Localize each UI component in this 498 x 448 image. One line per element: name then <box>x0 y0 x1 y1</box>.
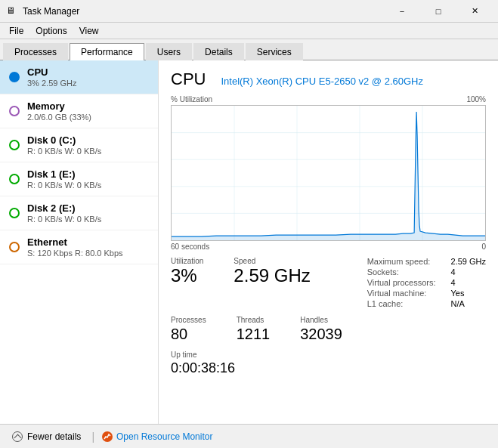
uptime-label: Up time <box>171 351 486 359</box>
right-stats: Maximum speed: 2.59 GHz Sockets: 4 Virtu… <box>367 257 486 308</box>
menu-view[interactable]: View <box>73 24 105 38</box>
processes-label: Processes <box>171 316 206 324</box>
sidebar-item-disk1[interactable]: Disk 1 (E:) R: 0 KB/s W: 0 KB/s <box>0 162 158 196</box>
chevron-up-icon <box>12 431 23 442</box>
stat-uptime: Up time 0:00:38:16 <box>171 351 486 376</box>
menu-bar: File Options View <box>0 23 498 39</box>
stats-row-1: Utilization 3% Speed 2.59 GHz Maximum sp… <box>171 257 486 308</box>
tab-bar: Processes Performance Users Details Serv… <box>0 39 498 60</box>
chart-container: % Utilization 100% <box>171 95 486 251</box>
sidebar-cpu-name: CPU <box>27 66 149 78</box>
sidebar-memory-sub: 2.0/6.0 GB (33%) <box>27 113 149 122</box>
stat-processes: Processes 80 <box>171 316 206 343</box>
tab-processes[interactable]: Processes <box>3 43 68 60</box>
sidebar-item-disk0[interactable]: Disk 0 (C:) R: 0 KB/s W: 0 KB/s <box>0 128 158 162</box>
menu-file[interactable]: File <box>3 24 29 38</box>
speed-label: Speed <box>234 257 310 265</box>
stat-speed: Speed 2.59 GHz <box>234 257 310 285</box>
uptime-value: 0:00:38:16 <box>171 360 486 376</box>
sidebar-memory-name: Memory <box>27 100 149 112</box>
chart-label-60sec: 60 seconds <box>171 243 209 251</box>
vmachine-value: Yes <box>451 289 486 298</box>
fewer-details-label: Fewer details <box>27 431 81 442</box>
tab-performance[interactable]: Performance <box>70 43 144 60</box>
disk0-dot <box>9 140 20 150</box>
threads-label: Threads <box>237 316 271 324</box>
chart-labels-top: % Utilization 100% <box>171 95 486 104</box>
open-resource-monitor-link[interactable]: Open Resource Monitor <box>102 431 212 442</box>
disk2-dot <box>9 208 20 218</box>
chart-bottom-labels: 60 seconds 0 <box>171 243 486 251</box>
open-resource-monitor-label: Open Resource Monitor <box>116 431 212 442</box>
tab-services[interactable]: Services <box>246 43 303 60</box>
fewer-details-button[interactable]: Fewer details <box>9 430 84 443</box>
cpu-chart <box>171 105 486 241</box>
cpu-title: CPU <box>171 70 206 89</box>
max-speed-value: 2.59 GHz <box>451 257 486 266</box>
vproc-label: Virtual processors: <box>367 278 436 287</box>
sidebar-item-disk2[interactable]: Disk 2 (E:) R: 0 KB/s W: 0 KB/s <box>0 196 158 230</box>
minimize-button[interactable]: − <box>385 0 419 23</box>
sidebar-item-ethernet[interactable]: Ethernet S: 120 Kbps R: 80.0 Kbps <box>0 230 158 264</box>
memory-dot <box>9 106 20 116</box>
sidebar-ethernet-name: Ethernet <box>27 236 149 248</box>
close-button[interactable]: ✕ <box>457 0 492 23</box>
cpu-dot <box>9 72 20 82</box>
sidebar-disk2-sub: R: 0 KB/s W: 0 KB/s <box>27 215 149 224</box>
resource-icon-svg <box>104 433 111 440</box>
stats-row-2: Processes 80 Threads 1211 Handles 32039 <box>171 316 486 343</box>
cpu-chart-svg <box>172 106 485 240</box>
cpu-panel: CPU Intel(R) Xeon(R) CPU E5-2650 v2 @ 2.… <box>159 60 498 424</box>
app-icon: 🖥 <box>6 5 18 17</box>
l1cache-value: N/A <box>451 299 486 308</box>
speed-value: 2.59 GHz <box>234 267 310 285</box>
disk1-dot <box>9 174 20 184</box>
sidebar-item-cpu[interactable]: CPU 3% 2.59 GHz <box>0 60 158 94</box>
stat-handles: Handles 32039 <box>300 316 342 343</box>
cpu-header: CPU Intel(R) Xeon(R) CPU E5-2650 v2 @ 2.… <box>171 70 486 89</box>
main-content: CPU 3% 2.59 GHz Memory 2.0/6.0 GB (33%) … <box>0 60 498 424</box>
sidebar-ethernet-sub: S: 120 Kbps R: 80.0 Kbps <box>27 249 149 258</box>
maximize-button[interactable]: □ <box>421 0 456 23</box>
ethernet-dot <box>9 242 20 252</box>
sidebar-disk0-sub: R: 0 KB/s W: 0 KB/s <box>27 147 149 156</box>
sidebar-cpu-sub: 3% 2.59 GHz <box>27 79 149 88</box>
tab-details[interactable]: Details <box>193 43 244 60</box>
utilization-value: 3% <box>171 267 203 285</box>
stat-utilization: Utilization 3% <box>171 257 203 285</box>
processes-value: 80 <box>171 326 206 343</box>
sockets-value: 4 <box>451 267 486 277</box>
footer: Fewer details | Open Resource Monitor <box>0 424 498 448</box>
l1cache-label: L1 cache: <box>367 299 436 308</box>
footer-divider: | <box>91 431 94 443</box>
sidebar-disk1-name: Disk 1 (E:) <box>27 168 149 180</box>
sidebar-disk0-name: Disk 0 (C:) <box>27 134 149 146</box>
handles-label: Handles <box>300 316 342 324</box>
cpu-model: Intel(R) Xeon(R) CPU E5-2650 v2 @ 2.60GH… <box>221 76 423 87</box>
sockets-label: Sockets: <box>367 267 436 277</box>
menu-options[interactable]: Options <box>29 24 73 38</box>
title-bar-controls: − □ ✕ <box>385 0 492 23</box>
sidebar-disk1-sub: R: 0 KB/s W: 0 KB/s <box>27 181 149 190</box>
resource-monitor-icon <box>102 431 113 442</box>
chart-label-100: 100% <box>466 95 486 104</box>
vproc-value: 4 <box>451 278 486 287</box>
utilization-label: Utilization <box>171 257 203 265</box>
vmachine-label: Virtual machine: <box>367 289 436 298</box>
tab-users[interactable]: Users <box>146 43 192 60</box>
sidebar: CPU 3% 2.59 GHz Memory 2.0/6.0 GB (33%) … <box>0 60 159 424</box>
title-bar: 🖥 Task Manager − □ ✕ <box>0 0 498 23</box>
chart-label-0: 0 <box>481 243 486 251</box>
threads-value: 1211 <box>237 326 271 343</box>
chart-label-utilization: % Utilization <box>171 95 212 104</box>
sidebar-disk2-name: Disk 2 (E:) <box>27 202 149 214</box>
handles-value: 32039 <box>300 326 342 343</box>
max-speed-label: Maximum speed: <box>367 257 436 266</box>
title-bar-text: Task Manager <box>23 6 385 17</box>
sidebar-item-memory[interactable]: Memory 2.0/6.0 GB (33%) <box>0 94 158 128</box>
stat-threads: Threads 1211 <box>237 316 271 343</box>
svg-marker-8 <box>172 112 485 240</box>
